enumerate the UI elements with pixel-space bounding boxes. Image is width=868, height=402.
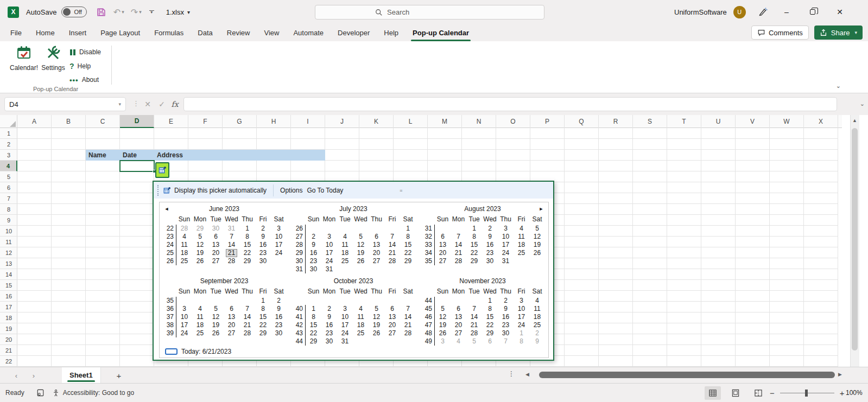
calendar-day[interactable]: 30: [498, 329, 514, 337]
record-macro-button[interactable]: [36, 389, 45, 397]
formula-bar-grip[interactable]: ⋮: [132, 99, 140, 107]
tab-home[interactable]: Home: [29, 24, 62, 41]
calendar-day[interactable]: 19: [529, 241, 545, 249]
calendar-day[interactable]: 3: [435, 337, 451, 346]
calendar-day[interactable]: 19: [353, 249, 369, 257]
cell-C3[interactable]: Name: [88, 150, 106, 161]
cancel-button[interactable]: ✕: [141, 97, 154, 111]
row-header-3[interactable]: 3: [0, 150, 17, 161]
calendar-day[interactable]: 25: [514, 249, 529, 257]
calendar-day[interactable]: [369, 337, 384, 346]
calendar-button[interactable]: Calendar!: [10, 44, 38, 85]
row-header-16[interactable]: 16: [0, 291, 17, 302]
calendar-day[interactable]: 24: [271, 249, 287, 257]
tab-automate[interactable]: Automate: [286, 24, 331, 41]
calendar-day[interactable]: 15: [239, 241, 255, 249]
calendar-day[interactable]: 5: [192, 233, 208, 241]
vertical-scrollbar[interactable]: ▲ ▼: [842, 115, 868, 374]
calendar-day[interactable]: 16: [306, 249, 321, 257]
share-dropdown-icon[interactable]: ▾: [854, 30, 857, 35]
calendar-day[interactable]: 30: [482, 257, 498, 265]
calendar-day[interactable]: 14: [239, 313, 255, 321]
redo-button[interactable]: ↷▾: [131, 7, 142, 17]
row-header-5[interactable]: 5: [0, 171, 17, 182]
tab-data[interactable]: Data: [191, 24, 219, 41]
row-header-17[interactable]: 17: [0, 302, 17, 312]
calendar-day[interactable]: [369, 297, 384, 305]
tab-formulas[interactable]: Formulas: [147, 24, 191, 41]
calendar-day[interactable]: 2: [321, 305, 337, 313]
calendar-day[interactable]: 30: [255, 257, 271, 265]
tab-file[interactable]: File: [3, 24, 29, 41]
tab-help[interactable]: Help: [377, 24, 406, 41]
column-header-P[interactable]: P: [530, 115, 565, 128]
calendar-day[interactable]: 13: [384, 313, 400, 321]
calendar-day[interactable]: 26: [435, 329, 451, 337]
next-sheet-button[interactable]: ›: [27, 370, 40, 381]
calendar-day[interactable]: [514, 257, 529, 265]
today-legend[interactable]: Today: 6/21/2023: [165, 348, 231, 355]
calendar-day[interactable]: 10: [498, 233, 514, 241]
calendar-day[interactable]: 6: [435, 233, 451, 241]
calendar-day[interactable]: 14: [466, 313, 482, 321]
calendar-day[interactable]: 6: [369, 233, 384, 241]
column-header-I[interactable]: I: [291, 115, 325, 128]
calendar-day[interactable]: 24: [176, 329, 192, 337]
tab-insert[interactable]: Insert: [62, 24, 94, 41]
calendar-day[interactable]: [384, 297, 400, 305]
column-header-K[interactable]: K: [359, 115, 394, 128]
calendar-day[interactable]: 15: [466, 241, 482, 249]
column-header-S[interactable]: S: [633, 115, 667, 128]
calendar-day[interactable]: 27: [435, 257, 451, 265]
calendar-day[interactable]: 16: [498, 313, 514, 321]
calendar-day[interactable]: 22: [255, 321, 271, 329]
calendar-day[interactable]: 9: [255, 233, 271, 241]
calendar-day[interactable]: 9: [498, 305, 514, 313]
calendar-day[interactable]: 26: [529, 249, 545, 257]
calendar-day[interactable]: 15: [306, 321, 321, 329]
calendar-day[interactable]: 29: [239, 257, 255, 265]
calendar-day[interactable]: [306, 297, 321, 305]
calendar-day[interactable]: 10: [271, 233, 287, 241]
calendar-day[interactable]: 4: [529, 297, 545, 305]
filename-dropdown-icon[interactable]: ▾: [187, 9, 190, 15]
calendar-day[interactable]: 1: [466, 225, 482, 233]
calendar-day[interactable]: 7: [466, 305, 482, 313]
calendar-day[interactable]: [353, 225, 369, 233]
calendar-day[interactable]: [400, 297, 416, 305]
calendar-day[interactable]: [400, 337, 416, 346]
calendar-day[interactable]: [384, 265, 400, 273]
row-header-20[interactable]: 20: [0, 334, 17, 345]
calendar-day[interactable]: 29: [192, 225, 208, 233]
cell-E3[interactable]: Address: [157, 150, 183, 161]
calendar-day[interactable]: 19: [192, 249, 208, 257]
calendar-day[interactable]: 12: [353, 241, 369, 249]
inking-button[interactable]: [756, 5, 770, 18]
calendar-day[interactable]: 4: [514, 225, 529, 233]
calendar-day[interactable]: 1: [239, 225, 255, 233]
calendar-day[interactable]: 4: [337, 233, 353, 241]
calendar-day[interactable]: [337, 297, 353, 305]
calendar-day[interactable]: 23: [255, 249, 271, 257]
calendar-day[interactable]: 24: [337, 329, 353, 337]
calendar-day[interactable]: 20: [208, 249, 224, 257]
calendar-day[interactable]: 23: [321, 329, 337, 337]
calendar-day[interactable]: 29: [255, 329, 271, 337]
calendar-day[interactable]: 28: [239, 329, 255, 337]
calendar-day[interactable]: 31: [224, 225, 239, 233]
calendar-day[interactable]: 13: [435, 241, 451, 249]
calendar-day[interactable]: 29: [306, 337, 321, 346]
avatar[interactable]: U: [733, 6, 746, 18]
column-header-B[interactable]: B: [52, 115, 86, 128]
row-header-4[interactable]: 4: [0, 161, 17, 171]
help-button[interactable]: ? Help: [69, 60, 91, 72]
calendar-day[interactable]: 18: [192, 321, 208, 329]
calendar-day[interactable]: 7: [451, 233, 466, 241]
calendar-day[interactable]: 1: [400, 225, 416, 233]
column-header-X[interactable]: X: [804, 115, 838, 128]
row-header-1[interactable]: 1: [0, 128, 17, 139]
calendar-day[interactable]: [239, 297, 255, 305]
calendar-day[interactable]: 21: [384, 249, 400, 257]
calendar-day[interactable]: 28: [400, 329, 416, 337]
calendar-day[interactable]: 7: [400, 305, 416, 313]
